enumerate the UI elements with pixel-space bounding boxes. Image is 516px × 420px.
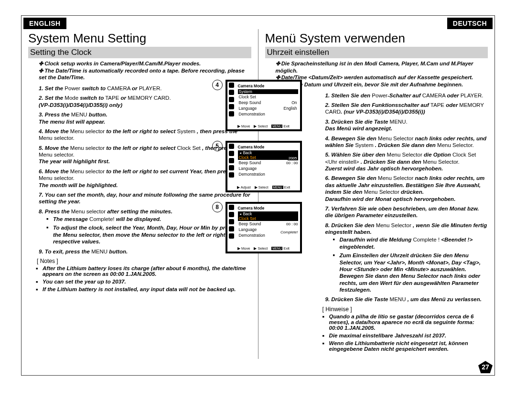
note-item: Quando a pilha de lítio se gastar (decor… (325, 314, 488, 331)
complete-label: Complete! (278, 230, 298, 235)
notes-list-en: After the Lithium battery loses its char… (28, 265, 251, 292)
step-5: 5. Wählen Sie über den Menu Selector die… (325, 151, 488, 172)
note-item: Die maximal einstellbare Jahreszahl ist … (325, 333, 488, 338)
notes-header-de: [ Hinweise ] (265, 306, 488, 313)
osd-screenshots: 4 Camera Mode System Clock Set (226, 80, 302, 263)
shot-number-4: 4 (212, 80, 223, 90)
gear-icon (229, 233, 234, 239)
note-item: Wenn die Lithiumbatterie nicht eingesetz… (325, 340, 488, 352)
display-icon (229, 104, 234, 109)
gear-icon (229, 172, 234, 178)
year-value: 2005 (288, 156, 298, 160)
english-subheader: Setting the Clock (28, 47, 251, 58)
step-6: 6. Move the Menu selector to the left or… (39, 168, 251, 189)
step-2: 2. Stellen Sie den Funktionsschalter auf… (325, 102, 488, 116)
display-icon (229, 165, 234, 170)
intro-line: Die Spracheinstellung ist in den Modi Ca… (276, 61, 473, 74)
two-column-layout: System Menu Setting Setting the Clock ✤ … (22, 29, 494, 359)
osd-item-system: System (238, 89, 298, 94)
step-9: 9. To exit, press the MENU button. (39, 248, 251, 255)
note-item: If the Lithium battery is not installed,… (39, 286, 251, 292)
notes-header-en: [ Notes ] (28, 258, 251, 264)
english-intro: ✤ Clock setup works in Camera/Player/M.C… (28, 60, 251, 81)
tab-deutsch: DEUTSCH (447, 18, 493, 29)
step-3: 3. Press the MENU button. The menu list … (39, 111, 251, 125)
english-column: System Menu Setting Setting the Clock ✤ … (22, 29, 258, 359)
mode-icon (229, 144, 234, 149)
step-4: 4. Move the Menu selector to the left or… (39, 128, 251, 142)
step-8: 8. Press the Menu selector after setting… (39, 208, 251, 245)
camera-icon (229, 212, 234, 217)
osd-shot-5: Camera Mode Back Clock Set Beep Sound La… (226, 141, 302, 192)
english-steps: 1. Set the Power switch to CAMERA or PLA… (28, 85, 251, 255)
page-frame: ENGLISH DEUTSCH System Menu Setting Sett… (21, 15, 495, 376)
intro-line: Stellen Sie Datum und Uhrzeit ein, bevor… (276, 82, 463, 87)
display-icon (229, 226, 234, 231)
notes-list-de: Quando a pilha de lítio se gastar (decor… (265, 314, 488, 352)
intro-line: Clock setup works in Camera/Player/M.Cam… (44, 61, 201, 66)
step-2: 2. Set the Mode switch to TAPE or MEMORY… (39, 94, 251, 108)
step-9: 9. Drücken Sie die Taste MENU , um das M… (325, 296, 488, 303)
german-subheader: Uhrzeit einstellen (265, 47, 488, 58)
camera-icon (229, 90, 234, 95)
osd-back-item: Back (238, 211, 298, 216)
tape-icon (229, 158, 234, 163)
note-item: After the Lithium battery loses its char… (39, 265, 251, 277)
page-number: 27 (478, 361, 493, 373)
step-8: 8. Drücken Sie den Menu Selector , wenn … (325, 222, 488, 294)
shot-number-8: 8 (212, 202, 223, 212)
step-1: 1. Stellen Sie den Power-Schalter auf CA… (325, 92, 488, 99)
osd-back-item: Back (238, 150, 298, 155)
tape-icon (229, 219, 234, 224)
time-value: 00 : 00 (276, 161, 298, 166)
step-4: 4. Bewegen Sie den Menu Selector nach li… (325, 135, 488, 149)
tab-english: ENGLISH (23, 18, 66, 29)
gear-icon (229, 111, 234, 116)
time-value: 00 : 00 (278, 222, 298, 227)
osd-shot-4: Camera Mode System Clock Set Beep SoundO… (226, 80, 302, 131)
step-3: 3. Drücken Sie die Taste MENU. Das Menü … (325, 118, 488, 132)
intro-line: Date/Time <Datum/Zeit> werden automatisc… (281, 74, 473, 80)
intro-line: The Date/Time is automatically recorded … (44, 68, 180, 74)
osd-title: Camera Mode (238, 206, 265, 210)
german-section-title: Menü System verwenden (265, 31, 488, 46)
shot-number-5: 5 (212, 141, 223, 151)
language-tabs: ENGLISH DEUTSCH (22, 16, 494, 29)
osd-shot-8: Camera Mode Back Clock Set Beep Sound La… (226, 202, 302, 253)
osd-title: Camera Mode (238, 84, 265, 88)
english-section-title: System Menu Setting (28, 31, 251, 46)
step-6: 6. Bewegen Sie den Menu Selector nach li… (325, 175, 488, 202)
note-item: You can set the year up to 2037. (39, 279, 251, 284)
camera-icon (229, 151, 234, 156)
step-7: 7. Verfahren Sie wie oben beschrieben, u… (325, 205, 488, 219)
mode-icon (229, 205, 234, 210)
mode-icon (229, 83, 234, 88)
osd-title: Camera Mode (238, 145, 265, 149)
tape-icon (229, 97, 234, 102)
